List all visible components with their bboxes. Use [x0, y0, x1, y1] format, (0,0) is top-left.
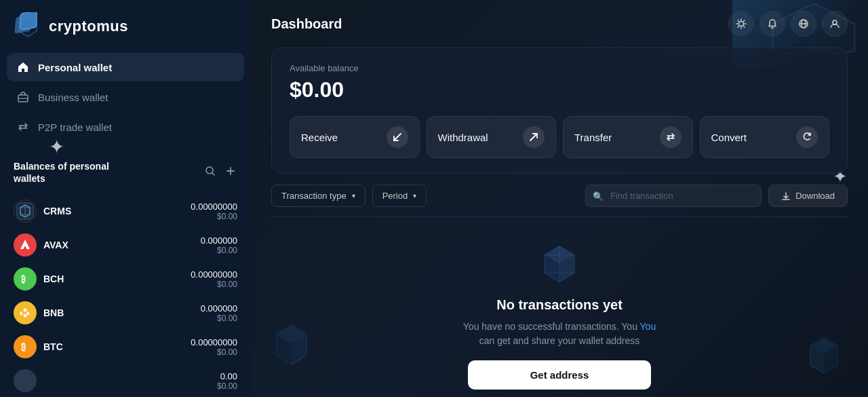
- page-title: Dashboard: [271, 16, 342, 32]
- empty-description: You have no successful transactions. You…: [463, 320, 656, 348]
- svg-line-40: [394, 134, 401, 140]
- coin-values-unknown: 0.00 $0.00: [217, 371, 237, 391]
- coin-name-bnb: BNB: [43, 307, 194, 318]
- app-name: cryptomus: [49, 18, 128, 35]
- logo-area: cryptomus: [0, 0, 251, 53]
- svg-marker-18: [23, 314, 27, 318]
- coin-values-avax: 0.000000 $0.00: [201, 235, 237, 255]
- coin-values-bch: 0.00000000 $0.00: [191, 269, 237, 289]
- list-item[interactable]: BNB 0.000000 $0.00: [14, 296, 237, 330]
- chevron-down-icon: ▾: [352, 192, 355, 200]
- svg-line-32: [738, 20, 738, 21]
- withdrawal-label: Withdrawal: [438, 132, 488, 143]
- coin-icon-unknown: [14, 369, 37, 392]
- nav-label-business: Business wallet: [38, 92, 108, 103]
- svg-line-34: [744, 20, 745, 21]
- transfer-icon: [16, 120, 30, 134]
- svg-marker-20: [26, 311, 30, 316]
- main-header: Dashboard: [251, 0, 868, 48]
- action-buttons: Receive Withdrawal Trans: [290, 116, 829, 158]
- home-icon: [16, 60, 30, 74]
- transaction-filters: Transaction type ▾ Period ▾ 🔍 Download: [271, 185, 848, 217]
- get-address-label: Get address: [530, 369, 589, 381]
- coin-usd-unknown: $0.00: [217, 381, 237, 391]
- nav-label-personal: Personal wallet: [38, 62, 112, 73]
- brightness-icon-button[interactable]: [728, 11, 754, 37]
- coin-values-bnb: 0.000000 $0.00: [201, 303, 237, 323]
- user-icon-button[interactable]: [822, 11, 848, 37]
- sidebar: cryptomus Personal wallet Business walle…: [0, 0, 251, 397]
- nav-label-p2p: P2P trade wallet: [38, 121, 112, 133]
- main-content: Dashboard: [251, 0, 868, 397]
- coin-values-crms: 0.00000000 $0.00: [191, 202, 237, 221]
- convert-button[interactable]: Convert: [700, 116, 830, 158]
- wallets-section: Balances of personalwallets: [0, 147, 251, 397]
- coin-values-btc: 0.00000000 $0.00: [191, 337, 237, 357]
- empty-desc-line2: can get and share your wallet address: [479, 335, 640, 346]
- svg-line-41: [530, 134, 537, 140]
- sidebar-item-business-wallet[interactable]: Business wallet: [7, 83, 244, 111]
- svg-point-39: [833, 20, 837, 24]
- search-wallets-button[interactable]: [203, 164, 217, 181]
- wallets-actions: [203, 164, 237, 181]
- list-item[interactable]: ₿ BTC 0.00000000 $0.00: [14, 330, 237, 364]
- withdrawal-icon: [523, 126, 545, 148]
- search-icon: 🔍: [593, 191, 604, 201]
- svg-line-33: [744, 26, 745, 27]
- convert-icon: [796, 126, 818, 148]
- list-item[interactable]: AVAX 0.000000 $0.00: [14, 228, 237, 262]
- receive-label: Receive: [301, 132, 338, 143]
- sidebar-item-personal-wallet[interactable]: Personal wallet: [7, 53, 244, 81]
- coin-amount-bnb: 0.000000: [201, 303, 237, 314]
- logo-icon: [14, 12, 42, 41]
- receive-button[interactable]: Receive: [290, 116, 420, 158]
- coin-icon-bnb: [14, 301, 37, 324]
- transaction-type-filter[interactable]: Transaction type ▾: [271, 185, 366, 207]
- svg-text:₿: ₿: [21, 341, 26, 352]
- sidebar-item-p2p-wallet[interactable]: P2P trade wallet: [7, 113, 244, 141]
- search-input[interactable]: [585, 185, 762, 207]
- header-icons: [728, 11, 848, 37]
- coin-usd-bnb: $0.00: [201, 314, 237, 323]
- svg-marker-17: [23, 308, 27, 312]
- svg-line-8: [212, 173, 215, 176]
- list-item[interactable]: 0.00 $0.00: [14, 364, 237, 397]
- coin-icon-bch: ₿: [14, 267, 37, 290]
- coin-amount-bch: 0.00000000: [191, 269, 237, 280]
- bell-icon-button[interactable]: [760, 11, 785, 37]
- empty-state: No transactions yet You have no successf…: [271, 227, 848, 397]
- coin-name-bch: BCH: [43, 273, 184, 284]
- star-decoration-left: ✦: [49, 136, 64, 158]
- coin-name-avax: AVAX: [43, 240, 194, 250]
- coin-usd-avax: $0.00: [201, 246, 237, 255]
- briefcase-icon: [16, 90, 30, 104]
- empty-desc-highlight: You: [640, 321, 656, 332]
- search-box: 🔍: [585, 185, 762, 207]
- get-address-button[interactable]: Get address: [468, 360, 651, 390]
- coin-name-crms: CRMS: [43, 206, 184, 216]
- balance-label: Available balance: [290, 63, 829, 73]
- coin-amount-avax: 0.000000: [201, 235, 237, 246]
- list-item[interactable]: CRMS 0.00000000 $0.00: [14, 194, 237, 228]
- transfer-icon: [660, 126, 682, 148]
- transfer-button[interactable]: Transfer: [563, 116, 693, 158]
- svg-line-35: [738, 26, 738, 27]
- list-item[interactable]: ₿ BCH 0.00000000 $0.00: [14, 262, 237, 296]
- coin-icon-btc: ₿: [14, 335, 37, 358]
- coin-list: CRMS 0.00000000 $0.00 AVAX 0.000000 $0.0…: [14, 194, 237, 397]
- coin-icon-crms: [14, 200, 37, 223]
- coin-amount-unknown: 0.00: [217, 371, 237, 381]
- empty-desc-line1: You have no successful transactions. You: [463, 321, 637, 332]
- coin-name-btc: BTC: [43, 341, 184, 352]
- add-wallet-button[interactable]: [224, 164, 237, 181]
- convert-label: Convert: [711, 132, 747, 143]
- withdrawal-button[interactable]: Withdrawal: [427, 116, 557, 158]
- period-filter[interactable]: Period ▾: [372, 185, 427, 207]
- download-button[interactable]: Download: [768, 185, 848, 207]
- globe-icon-button[interactable]: [791, 11, 816, 37]
- transfer-label: Transfer: [574, 132, 612, 143]
- nav-menu: Personal wallet Business wallet P2P trad…: [0, 53, 251, 141]
- empty-cube-illustration: [536, 240, 583, 288]
- coin-usd-btc: $0.00: [191, 347, 237, 357]
- chevron-down-icon: ▾: [413, 192, 416, 200]
